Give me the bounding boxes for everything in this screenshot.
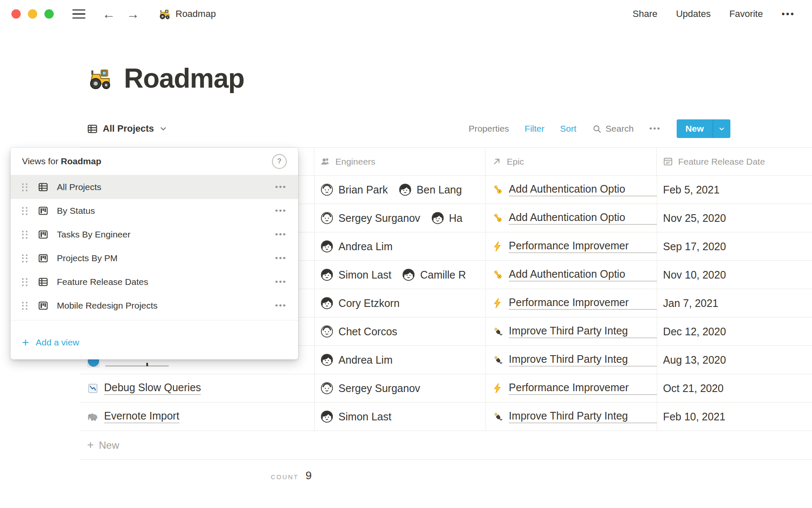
epic-cell[interactable]: Performance Improvemer: [486, 289, 657, 317]
person-chip[interactable]: Simon Last: [321, 268, 391, 281]
person-chip[interactable]: Sergey Surganov: [321, 212, 420, 224]
epic-cell[interactable]: Improve Third Party Integ: [486, 403, 657, 431]
project-cell[interactable]: Debug Slow Queries: [80, 374, 314, 402]
view-item-tasks-by-engineer[interactable]: Tasks By Engineer •••: [11, 223, 298, 246]
person-chip[interactable]: Simon Last: [321, 410, 391, 423]
view-item-all-projects[interactable]: All Projects •••: [11, 175, 298, 199]
date-cell[interactable]: Feb 5, 2021: [657, 176, 812, 204]
epic-cell[interactable]: Performance Improvemer: [486, 232, 657, 260]
engineers-cell[interactable]: Simon Last: [314, 403, 486, 431]
epic-link[interactable]: Add Authentication Optio: [509, 211, 657, 225]
column-header-epic[interactable]: Epic: [485, 148, 656, 175]
view-item-more-icon[interactable]: •••: [275, 230, 287, 239]
engineers-cell[interactable]: Andrea Lim: [314, 232, 486, 260]
minimize-window-button[interactable]: [28, 9, 37, 19]
drag-handle-icon[interactable]: [22, 231, 27, 239]
view-item-more-icon[interactable]: •••: [275, 182, 287, 192]
engineers-cell[interactable]: Brian Park Ben Lang: [314, 176, 486, 204]
view-item-more-icon[interactable]: •••: [275, 301, 287, 310]
view-item-feature-release-dates[interactable]: Feature Release Dates •••: [11, 270, 298, 294]
back-arrow-icon[interactable]: ←: [102, 8, 115, 21]
drag-handle-icon[interactable]: [22, 302, 27, 310]
date-cell[interactable]: Nov 10, 2020: [657, 261, 812, 289]
view-item-more-icon[interactable]: •••: [275, 206, 287, 215]
view-item-projects-by-pm[interactable]: Projects By PM •••: [11, 246, 298, 270]
project-link[interactable]: Debug Slow Queries: [87, 381, 201, 395]
new-row-button[interactable]: + New: [80, 431, 812, 460]
drag-handle-icon[interactable]: [22, 278, 27, 286]
partial-project-link[interactable]: [105, 365, 169, 367]
person-chip[interactable]: Camille R: [402, 268, 466, 281]
person-chip[interactable]: Ha: [431, 212, 463, 224]
more-options-icon[interactable]: •••: [782, 8, 795, 19]
epic-cell[interactable]: Add Authentication Optio: [486, 204, 657, 232]
epic-link[interactable]: Performance Improvemer: [509, 381, 657, 395]
person-chip[interactable]: Andrea Lim: [321, 240, 392, 253]
engineers-cell[interactable]: Andrea Lim: [314, 346, 486, 374]
epic-link[interactable]: Performance Improvemer: [509, 240, 657, 253]
drag-handle-icon[interactable]: [22, 207, 27, 215]
epic-link[interactable]: Improve Third Party Integ: [509, 325, 657, 338]
plug-icon: [492, 326, 504, 337]
favorite-button[interactable]: Favorite: [729, 8, 763, 19]
epic-link[interactable]: Performance Improvemer: [509, 296, 657, 310]
date-cell[interactable]: Dec 12, 2020: [657, 318, 812, 345]
tractor-icon[interactable]: [87, 65, 113, 91]
engineers-cell[interactable]: Sergey Surganov: [314, 374, 486, 402]
project-cell[interactable]: Evernote Import: [80, 403, 314, 431]
filter-button[interactable]: Filter: [525, 124, 545, 134]
sort-button[interactable]: Sort: [560, 124, 576, 134]
engineers-cell[interactable]: Cory Etzkorn: [314, 289, 486, 317]
page-title[interactable]: Roadmap: [124, 63, 244, 94]
properties-button[interactable]: Properties: [469, 124, 509, 134]
forward-arrow-icon[interactable]: →: [126, 8, 140, 21]
epic-link[interactable]: Add Authentication Optio: [509, 183, 657, 196]
person-chip[interactable]: Chet Corcos: [321, 325, 397, 338]
share-button[interactable]: Share: [633, 8, 658, 19]
zoom-window-button[interactable]: [44, 9, 54, 19]
view-item-more-icon[interactable]: •••: [275, 254, 287, 263]
breadcrumb-document[interactable]: Roadmap: [158, 8, 216, 20]
close-window-button[interactable]: [11, 9, 21, 19]
person-chip[interactable]: Brian Park: [321, 183, 388, 196]
view-item-by-status[interactable]: By Status •••: [11, 199, 298, 223]
search-button[interactable]: Search: [592, 124, 634, 134]
epic-cell[interactable]: Add Authentication Optio: [486, 176, 657, 204]
date-cell[interactable]: Nov 25, 2020: [657, 204, 812, 232]
epic-cell[interactable]: Improve Third Party Integ: [486, 318, 657, 345]
view-switcher[interactable]: All Projects: [87, 123, 168, 135]
date-cell[interactable]: Feb 10, 2021: [657, 403, 812, 431]
epic-cell[interactable]: Add Authentication Optio: [486, 261, 657, 289]
column-header-engineers[interactable]: Engineers: [314, 148, 485, 175]
engineers-cell[interactable]: Simon Last Camille R: [314, 261, 486, 289]
person-chip[interactable]: Ben Lang: [399, 183, 462, 196]
epic-link[interactable]: Add Authentication Optio: [509, 268, 657, 282]
project-link[interactable]: Evernote Import: [87, 410, 179, 423]
view-item-label: All Projects: [57, 182, 102, 192]
drag-handle-icon[interactable]: [22, 254, 27, 262]
drag-handle-icon[interactable]: [22, 183, 27, 191]
new-button[interactable]: New: [677, 119, 713, 138]
new-dropdown-button[interactable]: [713, 119, 730, 138]
view-more-options-icon[interactable]: •••: [649, 124, 661, 133]
sidebar-menu-icon[interactable]: [72, 9, 85, 19]
epic-cell[interactable]: Improve Third Party Integ: [486, 346, 657, 374]
date-cell[interactable]: Sep 17, 2020: [657, 232, 812, 260]
view-item-mobile-redesign-projects[interactable]: Mobile Redesign Projects •••: [11, 294, 298, 318]
view-item-more-icon[interactable]: •••: [275, 277, 287, 287]
column-header-feature-release-date[interactable]: Feature Release Date: [656, 148, 812, 175]
person-chip[interactable]: Cory Etzkorn: [321, 297, 399, 309]
updates-button[interactable]: Updates: [676, 8, 710, 19]
epic-link[interactable]: Improve Third Party Integ: [509, 353, 657, 367]
help-icon[interactable]: ?: [272, 154, 287, 169]
person-chip[interactable]: Andrea Lim: [321, 353, 392, 366]
epic-link[interactable]: Improve Third Party Integ: [509, 410, 657, 423]
engineers-cell[interactable]: Chet Corcos: [314, 318, 486, 345]
date-cell[interactable]: Jan 7, 2021: [657, 289, 812, 317]
epic-cell[interactable]: Performance Improvemer: [486, 374, 657, 402]
date-cell[interactable]: Aug 13, 2020: [657, 346, 812, 374]
engineers-cell[interactable]: Sergey Surganov Ha: [314, 204, 486, 232]
add-view-button[interactable]: + Add a view: [11, 320, 298, 359]
date-cell[interactable]: Oct 21, 2020: [657, 374, 812, 402]
person-chip[interactable]: Sergey Surganov: [321, 382, 420, 395]
